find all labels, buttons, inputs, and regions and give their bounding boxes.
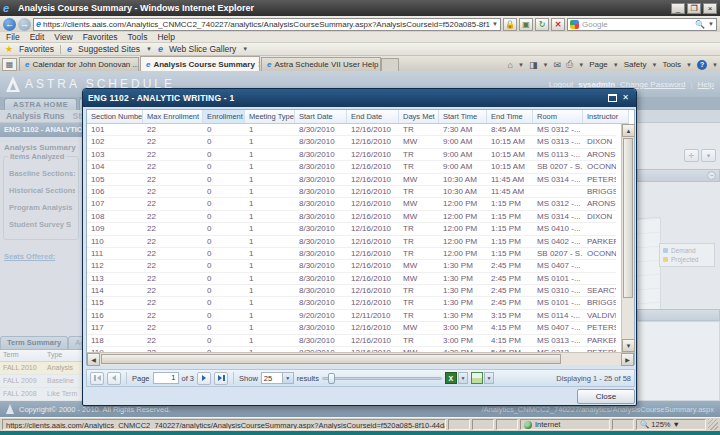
grid-row[interactable]: 10122018/30/201012/16/2010TR7:30 AM8:45 … [87,124,616,136]
command-page[interactable]: Page [589,60,608,69]
minimize-button[interactable]: _ [671,3,685,14]
chevron-down-icon[interactable]: ▼ [146,46,152,52]
favorites-item[interactable]: Web Slice Gallery [169,44,236,54]
menu-item-tools[interactable]: Tools [128,32,148,42]
grid-row[interactable]: 11822018/30/201012/16/2010TR3:00 PM4:15 … [87,335,616,347]
scroll-right-icon[interactable]: ▶ [621,353,634,366]
grid-row[interactable]: 11622019/20/201012/11/2010TR1:30 PM3:15 … [87,310,616,322]
menu-item-help[interactable]: Help [157,32,174,42]
address-dropdown-icon[interactable]: ▼ [492,21,498,27]
chevron-down-icon[interactable]: ▼ [613,62,619,68]
grid-row[interactable]: 10222018/30/201012/16/2010MW9:00 AM10:15… [87,136,616,148]
quick-tabs-button[interactable]: ▦ [2,58,17,71]
new-tab-stub[interactable] [381,58,399,71]
grid-row[interactable]: 10322018/30/201012/16/2010TR9:00 AM10:15… [87,149,616,161]
mail-icon[interactable]: ✉ [553,60,561,70]
export-excel-button[interactable]: X ▼ [445,372,468,384]
grid-row[interactable]: 10622018/30/201012/16/2010TR10:30 AM11:4… [87,186,616,198]
refresh-button[interactable]: ↻ [535,18,549,31]
column-header-start-date[interactable]: Start Date [295,110,347,123]
grid-row[interactable]: 11022018/30/201012/16/2010TR12:00 PM1:15… [87,236,616,248]
grid-row[interactable]: 11522018/30/201012/16/2010TR1:30 PM2:45 … [87,297,616,309]
grid-row[interactable]: 11722018/30/201012/16/2010MW3:00 PM4:15 … [87,322,616,334]
page-number-input[interactable]: 1 [153,372,179,384]
column-header-section-number[interactable]: Section Number [87,110,143,123]
column-header-end-date[interactable]: End Date [347,110,399,123]
column-header-max-enrollment[interactable]: Max Enrollment [143,110,203,123]
next-page-button[interactable] [197,372,211,385]
home-icon[interactable]: ⌂ [508,60,513,70]
grid-row[interactable]: 10422018/30/201012/16/2010TR9:00 AM10:15… [87,161,616,173]
scrollbar-track[interactable] [562,353,621,365]
chevron-down-icon[interactable]: ▼ [458,372,468,384]
grid-row[interactable]: 10522018/30/201012/16/2010MW10:30 AM11:4… [87,174,616,186]
column-header-end-time[interactable]: End Time [487,110,533,123]
maximize-dialog-icon[interactable] [608,94,617,102]
favorites-button[interactable]: Favorites [19,44,54,54]
grid-row[interactable]: 10722018/30/201012/16/2010MW12:00 PM1:15… [87,198,616,210]
compatibility-view-button[interactable]: ▣ [519,18,533,31]
last-page-button[interactable] [214,372,228,385]
security-lock-icon[interactable]: 🔒 [503,18,517,31]
browser-tab[interactable]: eAstra Schedule VII User Help [261,57,381,71]
grid-row[interactable]: 10922018/30/201012/16/2010TR12:00 PM1:15… [87,223,616,235]
column-header-room[interactable]: Room [533,110,583,123]
menu-item-view[interactable]: View [54,32,72,42]
chevron-down-icon[interactable]: ▼ [686,62,692,68]
chevron-down-icon[interactable]: ▼ [712,62,718,68]
menu-item-edit[interactable]: Edit [30,32,45,42]
menu-item-file[interactable]: File [6,32,20,42]
forward-button[interactable]: → [18,18,31,31]
close-button[interactable]: Close [577,389,635,404]
search-dropdown-icon[interactable]: ▼ [708,21,714,27]
stop-button[interactable]: ✕ [551,18,565,31]
column-header-days-met[interactable]: Days Met [399,110,439,123]
search-icon[interactable]: 🔍 [695,20,705,29]
close-tab-icon[interactable]: ✕ [258,60,260,69]
grid-row[interactable]: 11222018/30/201012/16/2010MW1:30 PM2:45 … [87,260,616,272]
dialog-titlebar[interactable]: ENG 1102 - ANALYTIC WRITING - 1 ✕ [83,89,636,107]
grid-row[interactable]: 11322018/30/201012/16/2010MW1:30 PM2:45 … [87,273,616,285]
chevron-down-icon[interactable]: ▼ [673,420,680,429]
chevron-down-icon[interactable]: ▼ [283,372,294,384]
chevron-down-icon[interactable]: ▼ [484,372,494,384]
grid-row[interactable]: 10822018/30/201012/16/2010MW12:00 PM1:15… [87,211,616,223]
vertical-scrollbar[interactable]: ▲ ▼ [621,124,634,352]
grid-row[interactable]: 11122018/30/201012/16/2010TR12:00 PM1:15… [87,248,616,260]
add-favorite-icon[interactable]: ★ [5,44,13,54]
chevron-down-icon[interactable]: ▼ [242,46,248,52]
first-page-button[interactable] [90,372,104,385]
search-box[interactable]: Google 🔍 ▼ [567,18,717,31]
column-header-start-time[interactable]: Start Time [439,110,487,123]
zoom-control[interactable]: 🔍 125% ▼ [636,419,706,430]
grid-row[interactable]: 11422018/30/201012/16/2010TR1:30 PM2:45 … [87,285,616,297]
column-header-enrollment[interactable]: Enrollment▲ [203,110,245,123]
scrollbar-thumb[interactable] [623,138,633,298]
address-field[interactable]: e https://clients.aais.com/Analytics_CNM… [33,18,501,31]
command-safety[interactable]: Safety [624,60,647,69]
slider-thumb[interactable] [328,373,335,384]
menu-item-favorites[interactable]: Favorites [83,32,118,42]
scroll-down-icon[interactable]: ▼ [622,339,635,352]
chevron-down-icon[interactable]: ▼ [518,62,524,68]
feeds-icon[interactable]: ◨ [529,60,538,70]
column-header-instructor[interactable]: Instructor [583,110,629,123]
scrollbar-thumb[interactable] [101,354,561,364]
back-button[interactable]: ← [3,18,16,31]
chevron-down-icon[interactable]: ▼ [578,62,584,68]
close-dialog-icon[interactable]: ✕ [620,93,631,103]
restore-button[interactable]: ❐ [687,3,701,14]
resize-grip[interactable] [708,419,718,430]
prev-page-button[interactable] [107,372,121,385]
column-header-meeting-type[interactable]: Meeting Type [245,110,295,123]
export-grid-button[interactable]: ▼ [471,372,494,384]
page-size-select[interactable]: 25 ▼ [261,372,294,384]
favorites-item[interactable]: Suggested Sites [78,44,140,54]
command-tools[interactable]: Tools [662,60,681,69]
browser-tab[interactable]: eAnalysis Course Summary✕ [140,56,260,71]
chevron-down-icon[interactable]: ▼ [651,62,657,68]
horizontal-scrollbar[interactable]: ◀ ▶ [87,352,634,365]
scroll-left-icon[interactable]: ◀ [87,353,100,366]
scroll-up-icon[interactable]: ▲ [622,124,635,137]
browser-tab[interactable]: eCalendar for John Donovan ... [19,57,139,71]
